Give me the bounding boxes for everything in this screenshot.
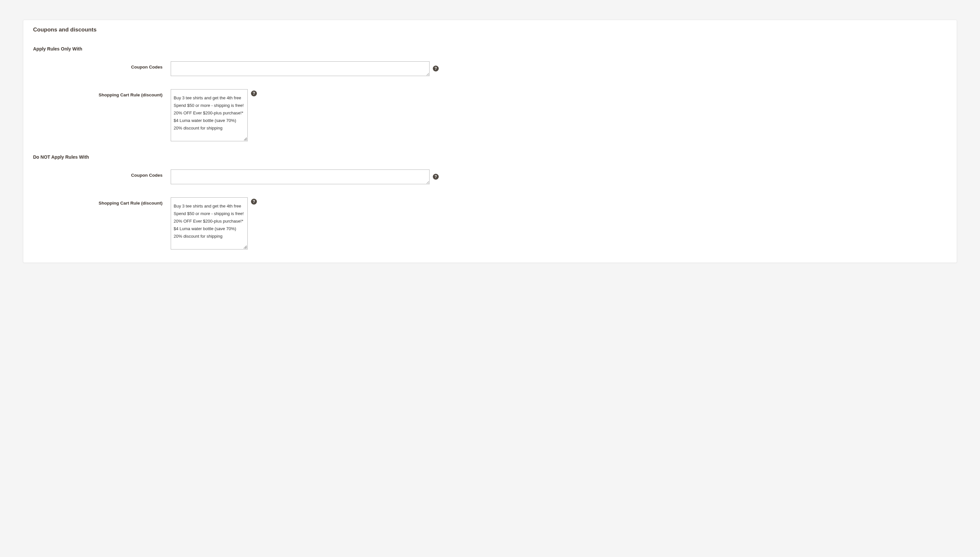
do-not-apply-cart-rule-label: Shopping Cart Rule (discount) <box>33 197 171 205</box>
list-item[interactable]: Buy 3 tee shirts and get the 4th free <box>171 202 247 210</box>
list-item[interactable]: Buy 3 tee shirts and get the 4th free <box>171 94 247 102</box>
apply-only-cart-rule-select[interactable]: Buy 3 tee shirts and get the 4th free Sp… <box>171 89 248 141</box>
do-not-apply-heading: Do NOT Apply Rules With <box>33 155 947 160</box>
do-not-apply-cart-rule-row: Shopping Cart Rule (discount) Buy 3 tee … <box>33 197 947 249</box>
apply-only-coupon-codes-row: Coupon Codes ? <box>33 61 947 76</box>
apply-only-cart-rule-row: Shopping Cart Rule (discount) Buy 3 tee … <box>33 89 947 141</box>
do-not-apply-cart-rule-select[interactable]: Buy 3 tee shirts and get the 4th free Sp… <box>171 197 248 249</box>
list-item[interactable]: $4 Luma water bottle (save 70%) <box>171 117 247 124</box>
do-not-apply-coupon-codes-row: Coupon Codes ? <box>33 169 947 184</box>
apply-only-coupon-codes-label: Coupon Codes <box>33 61 171 70</box>
apply-only-coupon-codes-input[interactable] <box>171 61 430 76</box>
help-icon[interactable]: ? <box>251 91 257 96</box>
do-not-apply-coupon-codes-label: Coupon Codes <box>33 169 171 178</box>
list-item[interactable]: 20% discount for shipping <box>171 124 247 132</box>
list-item[interactable]: 20% discount for shipping <box>171 233 247 240</box>
help-icon[interactable]: ? <box>251 199 257 205</box>
do-not-apply-coupon-codes-input[interactable] <box>171 169 430 184</box>
apply-only-heading: Apply Rules Only With <box>33 46 947 52</box>
list-item[interactable]: Spend $50 or more - shipping is free! <box>171 210 247 217</box>
list-item[interactable]: Spend $50 or more - shipping is free! <box>171 102 247 109</box>
section-title: Coupons and discounts <box>33 26 947 33</box>
help-icon[interactable]: ? <box>433 65 439 72</box>
list-item[interactable]: $4 Luma water bottle (save 70%) <box>171 225 247 233</box>
apply-only-cart-rule-label: Shopping Cart Rule (discount) <box>33 89 171 98</box>
help-icon[interactable]: ? <box>433 174 439 180</box>
coupons-discounts-card: Coupons and discounts Apply Rules Only W… <box>23 20 957 263</box>
list-item[interactable]: 20% OFF Ever $200-plus purchase!* <box>171 109 247 117</box>
list-item[interactable]: 20% OFF Ever $200-plus purchase!* <box>171 217 247 225</box>
